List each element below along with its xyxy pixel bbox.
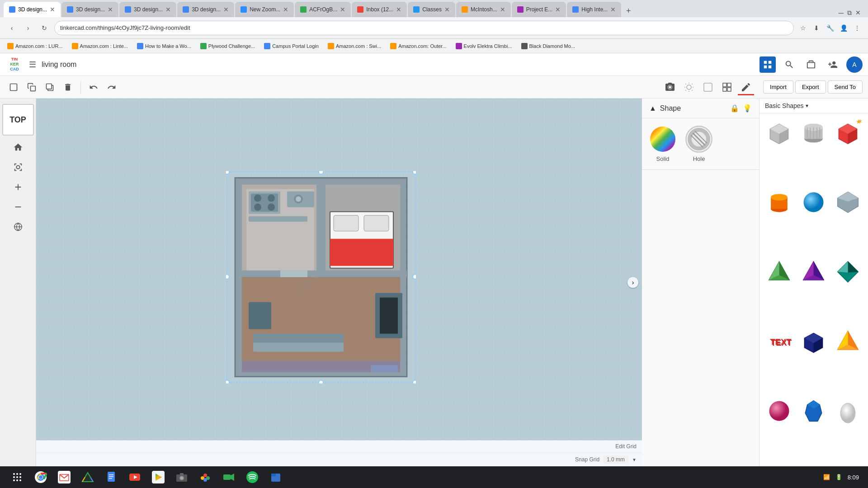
shape-panel-collapse-icon[interactable]: ▲ <box>649 104 656 113</box>
tab-close-8[interactable]: ✕ <box>444 6 450 13</box>
bookmark-3[interactable]: How to Make a Wo... <box>133 42 195 50</box>
shape-sphere-blue[interactable] <box>797 187 829 218</box>
refresh-button[interactable]: ↻ <box>38 22 51 34</box>
back-button[interactable]: ‹ <box>5 22 18 34</box>
tools-button[interactable] <box>781 56 797 73</box>
taskbar-docs[interactable] <box>103 469 119 485</box>
tab-close-7[interactable]: ✕ <box>396 6 401 13</box>
sendto-button[interactable]: Send To <box>828 80 863 94</box>
fit-view-button[interactable] <box>10 159 26 175</box>
tab-7[interactable]: Inbox (12... ✕ <box>352 2 407 17</box>
tab-close-10[interactable]: ✕ <box>555 6 561 13</box>
user-avatar[interactable]: A <box>846 56 863 73</box>
bookmark-8[interactable]: Evolv Elektra Climbi... <box>452 42 516 50</box>
tab-close-5[interactable]: ✕ <box>283 6 288 13</box>
extension-icon[interactable]: 🔧 <box>825 23 835 33</box>
tab-2[interactable]: 3D design... ✕ <box>61 2 118 17</box>
shape-irregular-grey[interactable] <box>832 187 863 218</box>
new-shape-button[interactable] <box>5 79 22 95</box>
solid-type[interactable]: Solid <box>649 126 676 162</box>
bookmark-2[interactable]: Amazon.com : Linte... <box>68 42 132 50</box>
add-user-button[interactable] <box>825 56 841 73</box>
tab-close-9[interactable]: ✕ <box>500 6 505 13</box>
light-button[interactable] <box>681 79 697 95</box>
canvas-area[interactable]: › Edit Grid Snap Grid 1.0 mm ▼ <box>36 99 642 466</box>
tinkercad-logo[interactable]: TIN KER CAD <box>5 56 24 74</box>
mode-button[interactable] <box>738 79 754 95</box>
shape-tall-blue[interactable] <box>797 395 829 427</box>
tab-close-2[interactable]: ✕ <box>108 6 113 13</box>
lock-icon[interactable]: 🔒 <box>730 104 739 113</box>
tab-active[interactable]: 3D design... ✕ <box>4 2 61 17</box>
shape-cylinder-orange[interactable] <box>763 187 795 218</box>
redo-button[interactable] <box>104 79 120 95</box>
copy-button[interactable] <box>24 79 40 95</box>
taskbar-files[interactable] <box>268 469 284 485</box>
snap-dropdown-icon[interactable]: ▼ <box>632 457 637 462</box>
view-cube[interactable]: TOP <box>2 104 34 136</box>
shape-pyramid-yellow[interactable] <box>832 325 863 357</box>
tab-4[interactable]: 3D design... ✕ <box>177 2 234 17</box>
import-button[interactable]: Import <box>763 80 793 94</box>
home-view-button[interactable] <box>10 139 26 155</box>
taskbar-youtube[interactable] <box>127 469 143 485</box>
forward-button[interactable]: › <box>22 22 34 34</box>
taskbar-play[interactable] <box>150 469 166 485</box>
shape-box-grey[interactable] <box>763 117 795 149</box>
bookmark-9[interactable]: Black Diamond Mo... <box>518 42 579 50</box>
delete-button[interactable] <box>60 79 76 95</box>
menu-icon[interactable]: ☰ <box>29 60 36 70</box>
taskbar-drive[interactable] <box>80 469 96 485</box>
taskbar-spotify[interactable] <box>244 469 260 485</box>
bookmark-5[interactable]: Campus Portal Login <box>260 42 322 50</box>
tab-10[interactable]: Project E... ✕ <box>512 2 566 17</box>
url-bar[interactable]: tinkercad.com/things/4cOyJf9jc7Z-living-… <box>54 21 794 35</box>
tab-11[interactable]: High Inte... ✕ <box>567 2 621 17</box>
bookmark-1[interactable]: Amazon.com : LUR... <box>4 42 66 50</box>
taskbar-photos[interactable] <box>197 469 213 485</box>
tab-9[interactable]: McIntosh... ✕ <box>456 2 511 17</box>
bookmark-4[interactable]: Plywood Challenge... <box>197 42 259 50</box>
restore-button[interactable]: ⧉ <box>847 9 852 17</box>
taskbar-launcher[interactable] <box>9 469 25 485</box>
tab-close-3[interactable]: ✕ <box>165 6 171 13</box>
catalog-dropdown[interactable]: Basic Shapes ▾ <box>765 102 808 109</box>
tab-close-4[interactable]: ✕ <box>223 6 229 13</box>
transform-button[interactable] <box>10 219 26 235</box>
taskbar-chrome[interactable] <box>33 469 49 485</box>
shape-teal[interactable] <box>832 256 863 288</box>
tab-close-6[interactable]: ✕ <box>340 6 345 13</box>
hole-type[interactable]: Hole <box>685 126 712 162</box>
lightbulb-icon[interactable]: 💡 <box>743 104 752 113</box>
grid-view-button[interactable] <box>760 56 776 73</box>
download-icon[interactable]: ⬇ <box>811 23 822 33</box>
zoom-in-button[interactable] <box>10 179 26 195</box>
scroll-right-button[interactable]: › <box>627 277 638 288</box>
bookmark-7[interactable]: Amazon.com: Outer... <box>387 42 450 50</box>
duplicate-button[interactable] <box>42 79 58 95</box>
tab-5[interactable]: New Zoom... ✕ <box>235 2 294 17</box>
bookmark-star-icon[interactable]: ☆ <box>797 23 808 33</box>
tab-close-11[interactable]: ✕ <box>610 6 616 13</box>
shape-pyramid-green[interactable] <box>763 256 795 288</box>
zoom-out-button[interactable] <box>10 199 26 215</box>
tab-close-1[interactable]: ✕ <box>50 6 55 13</box>
shape-box-navy[interactable] <box>797 325 829 357</box>
more-options-icon[interactable]: ⋮ <box>852 23 863 33</box>
taskbar-meet[interactable] <box>221 469 237 485</box>
shape-text-red[interactable]: TEXT TEXT <box>763 325 795 357</box>
camera-view-button[interactable] <box>662 79 678 95</box>
shape-egg-white[interactable] <box>832 395 863 427</box>
export-button[interactable]: Export <box>795 80 826 94</box>
shape-view-button[interactable] <box>700 79 716 95</box>
edit-grid-label[interactable]: Edit Grid <box>615 443 637 450</box>
grid-button[interactable] <box>719 79 735 95</box>
taskbar-camera[interactable] <box>174 469 190 485</box>
tab-3[interactable]: 3D design... ✕ <box>119 2 176 17</box>
tab-6[interactable]: ACFrOgB... ✕ <box>295 2 351 17</box>
minimize-button[interactable]: ─ <box>839 9 844 17</box>
shape-sphere-pink[interactable] <box>763 395 795 427</box>
close-browser-button[interactable]: ✕ <box>855 9 861 17</box>
undo-button[interactable] <box>85 79 102 95</box>
briefcase-button[interactable] <box>803 56 819 73</box>
